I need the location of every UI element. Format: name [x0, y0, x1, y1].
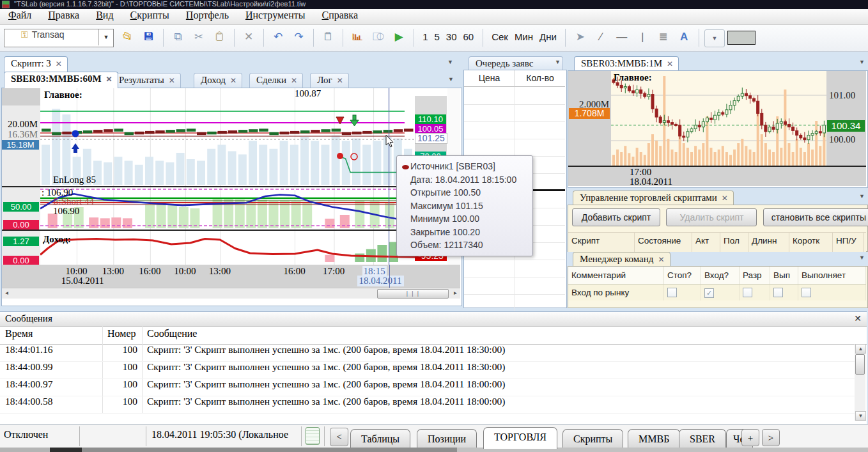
delete-icon[interactable]: ✕	[240, 29, 257, 45]
timeframe-5[interactable]: 5	[431, 29, 443, 45]
close-icon[interactable]: ✕	[337, 76, 343, 85]
scroll-thumb[interactable]: ❘❘❘	[377, 289, 449, 299]
table-row[interactable]: 18:44:00.58 100 Скрипт: '3' Скрипт выпол…	[0, 396, 855, 414]
checkbox[interactable]	[667, 288, 677, 297]
hline-tool-icon[interactable]: —	[614, 29, 630, 45]
scroll-right-icon[interactable]: ►	[451, 289, 460, 297]
queue-row[interactable]	[464, 121, 565, 139]
chart-hscrollbar[interactable]: ◄ ► ❘❘❘	[2, 288, 460, 299]
add-script-button[interactable]: Добавить скрипт	[572, 208, 660, 226]
menu-item-6[interactable]: Справка	[313, 9, 366, 21]
unit-min[interactable]: Мин	[511, 29, 536, 45]
plot-area-1m[interactable]	[611, 71, 826, 166]
close-icon[interactable]: ✕	[56, 59, 62, 68]
column-header[interactable]: НП/У	[833, 233, 864, 252]
column-header[interactable]: Время	[5, 328, 33, 339]
tab-command-manager[interactable]: Менеджер команд✕	[573, 252, 670, 267]
scroll-left-icon[interactable]: ◄	[2, 289, 12, 297]
open-icon[interactable]: 📂︎	[120, 29, 136, 45]
column-header[interactable]: Номер	[107, 328, 136, 339]
cmd-dropdown-icon[interactable]: ▼	[859, 254, 865, 261]
column-header[interactable]: Разр	[740, 267, 770, 284]
messages-vscrollbar[interactable]: ▲ ▼	[855, 344, 865, 421]
run-icon[interactable]: ▶	[391, 29, 407, 45]
column-header[interactable]: Акт	[692, 233, 720, 252]
table-row[interactable]: 18:44:00.99 100 Скрипт: '3' Скрипт выпол…	[0, 361, 855, 379]
column-header[interactable]: Выполняет	[798, 267, 866, 284]
column-header[interactable]: Пол	[720, 233, 748, 252]
column-header[interactable]: Состояние	[635, 233, 692, 252]
undo-icon[interactable]: ↶	[270, 29, 286, 45]
menu-item-3[interactable]: Скрипты	[122, 9, 178, 21]
plot-area-60m[interactable]	[40, 88, 415, 265]
column-header[interactable]: Вход?	[701, 267, 740, 284]
close-icon[interactable]: ✕	[169, 76, 175, 85]
notes-icon[interactable]	[306, 427, 320, 445]
close-icon[interactable]: ✕	[291, 76, 297, 85]
add-tab-button[interactable]: +	[741, 429, 759, 446]
close-icon[interactable]: ✕	[854, 313, 862, 324]
table-row[interactable]: 18:44:00.97 100 Скрипт: '3' Скрипт выпол…	[0, 378, 855, 396]
status-tab-ММВБ[interactable]: ММВБ	[628, 429, 680, 448]
tab-order-queue[interactable]: Очередь заявс	[469, 56, 563, 71]
tab-Лог[interactable]: Лог✕	[310, 73, 349, 88]
trendline-tool-icon[interactable]: ∕	[593, 29, 609, 45]
queue-row[interactable]	[464, 104, 565, 122]
pane-divider[interactable]	[2, 186, 461, 187]
queue-row[interactable]	[464, 260, 565, 277]
cut-icon[interactable]: ✂	[190, 29, 207, 45]
timeframe-1[interactable]: 1	[419, 29, 431, 45]
schema-icon[interactable]: ⎄	[370, 29, 387, 45]
unit-days[interactable]: Дни	[536, 29, 560, 45]
style-dropdown[interactable]: ▼	[704, 29, 725, 47]
queue-dropdown-icon[interactable]: ▼	[555, 59, 561, 65]
close-icon[interactable]: ✕	[230, 76, 236, 85]
properties-icon[interactable]: 🗒︎	[320, 29, 336, 45]
unit-sec[interactable]: Сек	[488, 29, 511, 45]
delete-script-button[interactable]: Удалить скрипт	[666, 208, 757, 226]
tabs-dropdown-icon[interactable]: ▼	[448, 76, 454, 82]
checkbox[interactable]	[773, 288, 783, 297]
close-icon[interactable]: ✕	[106, 75, 112, 84]
column-header[interactable]: Длинн	[748, 233, 789, 252]
save-icon[interactable]: 💾︎	[140, 29, 157, 45]
chart-1m[interactable]: Главное: 2.000M 1.708M 101.00 100.34 100…	[568, 70, 868, 188]
stop-all-scripts-button[interactable]: становить все скрипты	[763, 208, 868, 226]
tab-Доход[interactable]: Доход✕	[194, 73, 242, 88]
column-header[interactable]: Комментарий	[568, 267, 664, 284]
tab-Результаты[interactable]: Результаты✕	[112, 73, 181, 88]
prev-tab-button[interactable]: <	[330, 428, 348, 446]
chart-60m[interactable]: Главное:100.8720.00M16.36M15.18M110.1010…	[1, 88, 462, 306]
tab-trade-control[interactable]: Управление торговлей скриптами✕	[573, 191, 734, 206]
connection-combo[interactable]: ⚿Transaq ▼	[4, 29, 114, 47]
tab-Сделки[interactable]: Сделки✕	[249, 73, 303, 88]
library-icon[interactable]: 📊︎	[349, 29, 366, 45]
queue-row[interactable]	[464, 277, 565, 295]
checkbox[interactable]: ✓	[704, 288, 714, 298]
paste-icon[interactable]: 📋︎	[211, 29, 228, 45]
combo-dropdown-button[interactable]: ▼	[98, 29, 113, 45]
status-tab-SBER[interactable]: SBER	[679, 429, 726, 448]
cursor-tool-icon[interactable]: ➤	[572, 29, 589, 45]
chart1m-dropdown-icon[interactable]: ▼	[859, 59, 865, 65]
column-header[interactable]: Скрипт	[568, 233, 635, 252]
scroll-down-icon[interactable]: ▼	[855, 411, 866, 421]
close-icon[interactable]: ✕	[667, 59, 673, 68]
scroll-thumb[interactable]	[855, 354, 865, 375]
scroll-up-icon[interactable]: ▲	[855, 344, 866, 354]
color-swatch[interactable]	[727, 31, 756, 45]
table-row[interactable]: 18:44:01.16 100 Скрипт: '3' Скрипт выпол…	[0, 344, 855, 362]
queue-row[interactable]	[464, 87, 565, 105]
status-tab-Таблицы[interactable]: Таблицы	[350, 429, 410, 448]
menu-item-2[interactable]: Вид	[88, 9, 121, 21]
vline-tool-icon[interactable]: |	[634, 29, 651, 45]
column-header[interactable]: Стоп?	[664, 267, 701, 284]
title-bar[interactable]: "TSLab (версия 1.1.16.7.32bit)" - D:\ТОР…	[0, 0, 868, 9]
status-tab-ТОРГОВЛЯ[interactable]: ТОРГОВЛЯ	[483, 427, 557, 449]
messages-title-bar[interactable]: Сообщения ✕	[0, 312, 867, 327]
collapse-chevron-icon[interactable]: ▼	[447, 59, 453, 65]
column-header-price[interactable]: Цена	[464, 70, 515, 87]
checkbox[interactable]	[802, 288, 811, 297]
next-tab-button[interactable]: >	[762, 429, 780, 446]
timeframe-30[interactable]: 30	[443, 29, 460, 45]
